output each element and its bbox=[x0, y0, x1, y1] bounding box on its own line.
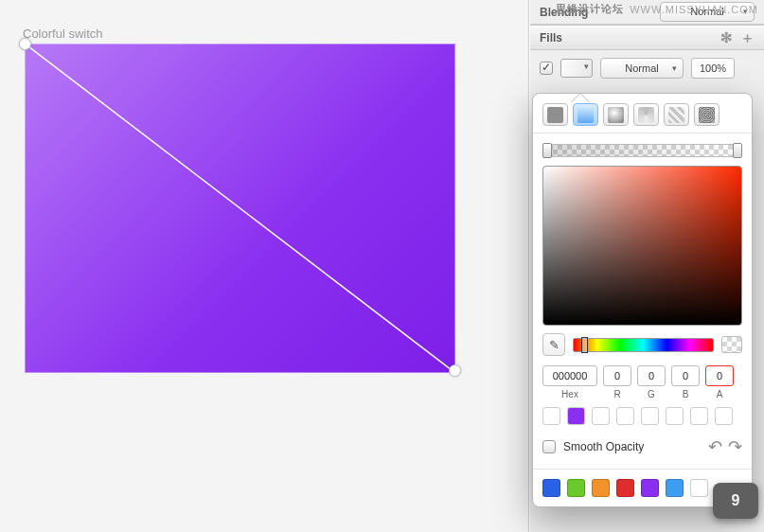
canvas-area: Colorful switch bbox=[0, 0, 529, 532]
recent-color-slot[interactable] bbox=[616, 407, 634, 425]
b-input[interactable]: 0 bbox=[671, 365, 700, 386]
a-input[interactable]: 0 bbox=[705, 365, 734, 386]
recent-color-slot[interactable] bbox=[567, 407, 585, 425]
hex-label: Hex bbox=[561, 389, 578, 399]
smooth-opacity-row: Smooth Opacity ↶ ↷ bbox=[542, 436, 742, 457]
fill-type-angular[interactable] bbox=[633, 103, 659, 126]
document-color-swatch[interactable] bbox=[641, 479, 659, 497]
blending-row: Blending Normal bbox=[530, 0, 764, 25]
document-color-swatch[interactable] bbox=[690, 479, 708, 497]
smooth-opacity-label: Smooth Opacity bbox=[563, 440, 644, 453]
eyedropper-icon[interactable]: ✎ bbox=[542, 333, 565, 356]
color-values-row: 000000 Hex 0 R 0 G 0 B 0 A bbox=[542, 365, 742, 399]
gradient-stops-bar[interactable] bbox=[542, 144, 742, 157]
fill-type-linear[interactable] bbox=[573, 103, 598, 126]
recent-color-slot[interactable] bbox=[592, 407, 610, 425]
smooth-opacity-checkbox[interactable] bbox=[542, 440, 556, 453]
a-label: A bbox=[717, 389, 723, 399]
fills-panel-header: Fills ✻ ＋ bbox=[530, 25, 764, 50]
g-input[interactable]: 0 bbox=[637, 365, 666, 386]
fill-type-radial[interactable] bbox=[603, 103, 629, 126]
blending-mode-select[interactable]: Normal bbox=[660, 2, 755, 22]
fills-title: Fills bbox=[540, 26, 562, 50]
gradient-stop-left[interactable] bbox=[542, 143, 552, 158]
recent-color-slot[interactable] bbox=[715, 407, 733, 425]
hex-input[interactable]: 000000 bbox=[542, 365, 597, 386]
blending-label: Blending bbox=[540, 6, 588, 19]
fill-popover: ✎ 000000 Hex 0 R 0 G 0 B 0 A bbox=[532, 93, 753, 507]
r-input[interactable]: 0 bbox=[603, 365, 631, 386]
fill-type-row bbox=[533, 94, 752, 133]
recent-color-slot[interactable] bbox=[666, 407, 684, 425]
fill-type-pattern[interactable] bbox=[664, 103, 689, 126]
alpha-swatch[interactable] bbox=[721, 336, 742, 353]
hue-slider[interactable] bbox=[573, 338, 714, 352]
gradient-handle-end[interactable] bbox=[449, 364, 461, 377]
document-color-swatch[interactable] bbox=[616, 479, 634, 497]
gradient-rectangle-layer[interactable] bbox=[25, 44, 455, 373]
saturation-value-picker[interactable] bbox=[542, 166, 742, 326]
gear-icon[interactable]: ✻ bbox=[720, 26, 733, 50]
redo-icon[interactable]: ↷ bbox=[728, 436, 742, 457]
fill-opacity-input[interactable]: 100% bbox=[691, 58, 735, 79]
hue-row: ✎ bbox=[542, 333, 742, 356]
undo-icon[interactable]: ↶ bbox=[708, 436, 722, 457]
document-color-swatch[interactable] bbox=[567, 479, 585, 497]
fill-type-flat[interactable] bbox=[542, 103, 568, 126]
gradient-stop-right[interactable] bbox=[733, 143, 742, 158]
document-color-swatch[interactable] bbox=[592, 479, 610, 497]
add-fill-icon[interactable]: ＋ bbox=[740, 26, 755, 50]
page-indicator: 9 bbox=[713, 483, 758, 519]
document-color-swatch[interactable] bbox=[666, 479, 684, 497]
recent-colors-row bbox=[542, 407, 742, 425]
r-label: R bbox=[613, 389, 620, 399]
fill-row: Normal 100% bbox=[530, 50, 764, 86]
document-color-swatch[interactable] bbox=[542, 479, 560, 497]
recent-color-slot[interactable] bbox=[690, 407, 708, 425]
fill-type-noise[interactable] bbox=[694, 103, 720, 126]
g-label: G bbox=[648, 389, 655, 399]
fill-blend-select[interactable]: Normal bbox=[600, 58, 684, 79]
recent-color-slot[interactable] bbox=[641, 407, 659, 425]
hue-thumb[interactable] bbox=[581, 337, 588, 353]
b-label: B bbox=[683, 389, 689, 399]
layer-title: Colorful switch bbox=[23, 27, 103, 41]
fill-enabled-checkbox[interactable] bbox=[540, 62, 553, 75]
gradient-handle-start[interactable] bbox=[19, 38, 31, 50]
fill-swatch[interactable] bbox=[560, 59, 593, 78]
recent-color-slot[interactable] bbox=[542, 407, 560, 425]
